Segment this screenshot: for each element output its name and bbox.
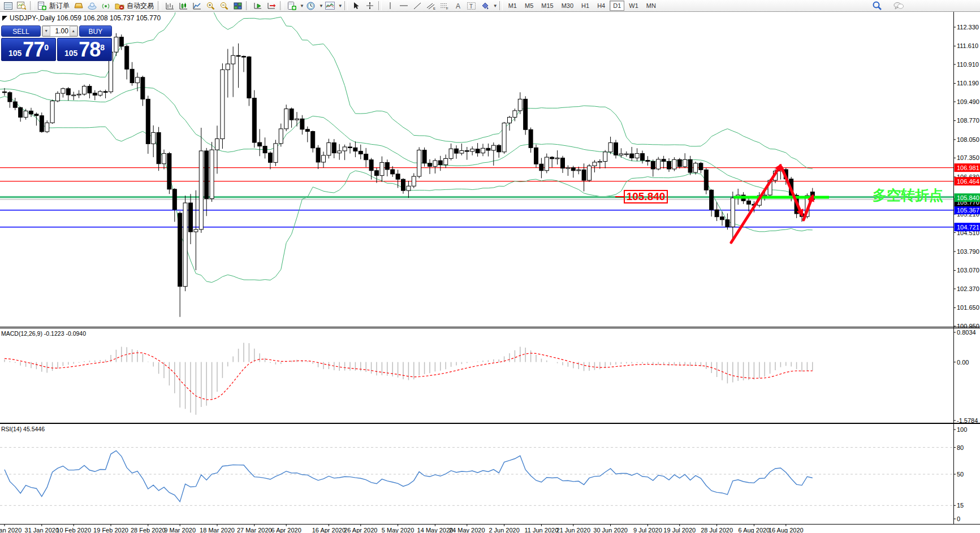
candlestick [183,203,187,287]
rsi-scale-label: 50 [957,471,964,478]
bar-chart-icon[interactable] [163,1,176,11]
trendline-tool-icon[interactable] [411,1,424,11]
zoom-out-icon[interactable] [217,1,231,11]
date-axis-label: 6 Aug 2020 [739,527,770,533]
chevron-down-icon[interactable]: ▼ [300,3,304,8]
turning-point-text[interactable]: 多空转折点 [873,187,943,203]
candlestick [236,55,240,57]
signals-icon[interactable] [99,1,113,11]
volume-decrease-button[interactable]: ▼ [42,26,50,36]
autotrade-icon[interactable] [113,1,126,11]
candlestick [688,159,692,172]
candlestick [146,99,150,144]
auto-scroll-icon[interactable] [251,1,265,11]
candlestick [34,114,38,116]
new-template-icon[interactable] [285,1,299,11]
tf-mn[interactable]: MN [643,1,659,11]
community-icon[interactable] [85,1,99,11]
candlestick [529,129,533,148]
chat-icon[interactable] [892,1,905,11]
buy-button[interactable]: BUY [79,25,112,37]
bollinger-upper-band[interactable] [0,12,813,169]
rsi-label: RSI(14) 45.5446 [1,426,45,432]
toolbar-separator [344,1,348,10]
date-axis-label: 28 Jul 2020 [701,527,733,533]
candlestick [396,174,400,179]
candlestick [402,179,405,190]
periods-clock-icon[interactable] [304,1,318,11]
bollinger-middle-band[interactable] [0,87,813,200]
candlestick [263,146,267,153]
candlestick [136,77,140,83]
cursor-icon[interactable] [349,1,363,11]
tf-m5[interactable]: M5 [521,1,537,11]
tf-m15[interactable]: M15 [538,1,556,11]
gold-bar-icon[interactable] [72,1,85,11]
tf-m1[interactable]: M1 [505,1,520,11]
channel-tool-icon[interactable]: E [424,1,438,11]
chevron-down-icon[interactable]: ▼ [319,3,323,8]
candlestick [465,150,469,151]
candlestick [588,166,592,180]
one-click-trading-panel: SELL ▼ ▲ BUY 105770 105788 [1,25,112,61]
new-order-icon[interactable] [35,1,49,11]
tf-h1[interactable]: H1 [578,1,593,11]
new-order-label[interactable]: 新订单 [49,1,70,11]
date-axis-label: 10 Feb 2020 [56,527,91,533]
chevron-down-icon[interactable]: ▼ [338,3,343,8]
candlestick [428,163,432,167]
volume-increase-button[interactable]: ▲ [70,26,77,36]
candlestick [598,162,602,163]
market-watch-icon[interactable] [15,1,28,11]
candlestick [45,123,49,132]
tf-d1[interactable]: D1 [610,1,624,11]
sell-button[interactable]: SELL [1,25,41,37]
candlestick-chart-icon[interactable] [176,1,190,11]
horizontal-line-tool-icon[interactable] [397,1,411,11]
candlestick [305,129,309,132]
candlestick [539,164,543,171]
candlestick [258,142,262,146]
buy-price-big: 78 [79,40,100,59]
macd-pane[interactable] [5,343,813,415]
crosshair-icon[interactable] [363,1,377,11]
tf-h4[interactable]: H4 [594,1,608,11]
tile-windows-icon[interactable] [231,1,244,11]
sell-price-sup: 0 [44,44,49,51]
volume-input[interactable] [50,26,70,36]
buy-price-tile[interactable]: 105788 [57,38,112,61]
candlestick [624,154,628,155]
candlestick [353,148,357,151]
tf-w1[interactable]: W1 [625,1,642,11]
chart-canvas[interactable]: 0.80340.00-1.5784MACD(12,26,9) -0.1223 -… [0,12,980,533]
tf-m30[interactable]: M30 [558,1,577,11]
fibonacci-tool-icon[interactable]: F [438,1,451,11]
candlestick [603,152,607,162]
chevron-down-icon[interactable]: ▼ [493,3,498,8]
candlestick [119,37,123,46]
candlestick [481,148,485,153]
zoom-in-icon[interactable] [204,1,217,11]
candlestick [279,129,283,144]
vertical-line-tool-icon[interactable] [383,1,397,11]
chart-window-icon[interactable] [1,1,15,11]
chart-collapse-icon[interactable] [2,16,7,21]
candlestick [476,149,480,153]
search-icon[interactable] [870,1,884,11]
shapes-tool-icon[interactable] [478,1,492,11]
candlestick [422,150,426,163]
main-price-pane[interactable]: 105.840多空转折点 [0,12,953,317]
candlestick [83,86,87,94]
rsi-pane[interactable] [0,448,953,506]
price-axis-tick: 100.950 [957,323,979,330]
candlestick [518,99,522,110]
line-chart-icon[interactable] [190,1,204,11]
price-callout-text: 105.840 [627,190,666,202]
chart-shift-icon[interactable] [265,1,278,11]
text-tool-icon[interactable]: A [451,1,465,11]
text-label-tool-icon[interactable]: T [465,1,478,11]
autotrade-label[interactable]: 自动交易 [127,1,154,11]
date-axis-label: 19 Jul 2020 [663,527,696,533]
indicators-icon[interactable] [323,1,337,11]
sell-price-tile[interactable]: 105770 [1,38,56,61]
